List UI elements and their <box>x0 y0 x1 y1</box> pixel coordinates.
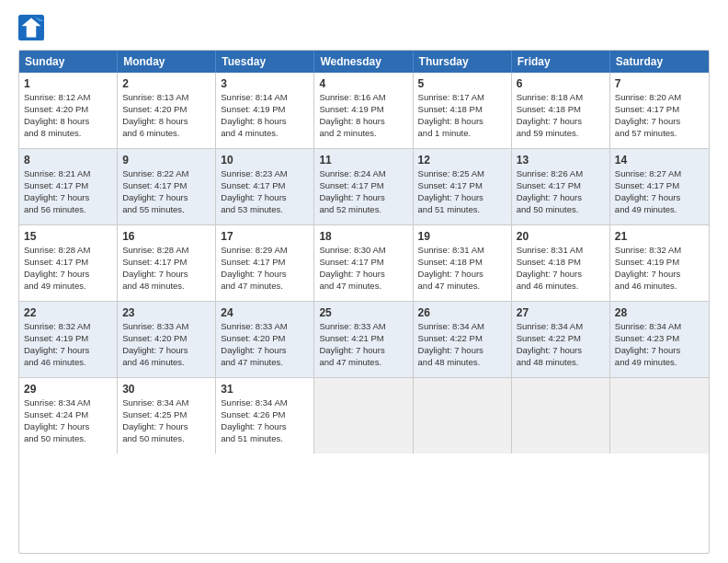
calendar-cell-1-5: 5Sunrise: 8:17 AMSunset: 4:18 PMDaylight… <box>414 73 512 148</box>
day-info-line-1: Sunrise: 8:34 AM <box>122 397 210 409</box>
day-info-line-1: Sunrise: 8:12 AM <box>24 92 112 104</box>
calendar-cell-1-6: 6Sunrise: 8:18 AMSunset: 4:18 PMDaylight… <box>512 73 610 148</box>
calendar-cell-3-6: 20Sunrise: 8:31 AMSunset: 4:18 PMDayligh… <box>512 225 610 301</box>
logo-icon <box>18 15 44 40</box>
day-info-line-4: and 51 minutes. <box>221 433 309 445</box>
day-info-line-3: Daylight: 7 hours <box>517 269 605 281</box>
header-day-sunday: Sunday <box>19 51 118 73</box>
day-number: 30 <box>122 382 210 396</box>
day-info-line-4: and 4 minutes. <box>221 128 309 140</box>
day-info-line-4: and 1 minute. <box>418 128 506 140</box>
calendar-cell-2-5: 12Sunrise: 8:25 AMSunset: 4:17 PMDayligh… <box>414 149 512 224</box>
header-day-thursday: Thursday <box>414 51 512 73</box>
day-info-line-1: Sunrise: 8:34 AM <box>24 397 112 409</box>
calendar-cell-3-2: 16Sunrise: 8:28 AMSunset: 4:17 PMDayligh… <box>118 225 216 301</box>
day-number: 4 <box>319 76 407 91</box>
day-info-line-2: Sunset: 4:17 PM <box>319 257 407 269</box>
day-number: 18 <box>319 229 407 244</box>
day-info-line-2: Sunset: 4:18 PM <box>418 257 506 269</box>
header <box>18 15 710 40</box>
day-info-line-1: Sunrise: 8:33 AM <box>122 321 210 333</box>
day-info-line-4: and 2 minutes. <box>319 128 407 140</box>
calendar-cell-2-7: 14Sunrise: 8:27 AMSunset: 4:17 PMDayligh… <box>610 149 709 224</box>
day-info-line-2: Sunset: 4:19 PM <box>221 104 309 116</box>
day-info-line-1: Sunrise: 8:30 AM <box>319 245 407 257</box>
day-info-line-1: Sunrise: 8:31 AM <box>418 245 506 257</box>
calendar-cell-4-3: 24Sunrise: 8:33 AMSunset: 4:20 PMDayligh… <box>216 302 314 377</box>
calendar-cell-3-3: 17Sunrise: 8:29 AMSunset: 4:17 PMDayligh… <box>216 225 314 301</box>
calendar-row-3: 15Sunrise: 8:28 AMSunset: 4:17 PMDayligh… <box>19 225 709 302</box>
calendar-cell-4-2: 23Sunrise: 8:33 AMSunset: 4:20 PMDayligh… <box>118 302 216 377</box>
day-info-line-2: Sunset: 4:23 PM <box>615 333 704 345</box>
calendar-cell-3-1: 15Sunrise: 8:28 AMSunset: 4:17 PMDayligh… <box>19 225 118 301</box>
day-info-line-2: Sunset: 4:24 PM <box>24 409 112 421</box>
day-info-line-3: Daylight: 7 hours <box>122 192 210 204</box>
day-info-line-2: Sunset: 4:18 PM <box>418 104 506 116</box>
day-info-line-2: Sunset: 4:19 PM <box>615 257 704 269</box>
day-info-line-2: Sunset: 4:17 PM <box>418 180 506 192</box>
day-info-line-4: and 46 minutes. <box>122 357 210 369</box>
day-info-line-1: Sunrise: 8:34 AM <box>221 397 309 409</box>
day-info-line-3: Daylight: 7 hours <box>24 269 112 281</box>
calendar-cell-1-1: 1Sunrise: 8:12 AMSunset: 4:20 PMDaylight… <box>19 73 118 148</box>
day-number: 12 <box>418 153 506 167</box>
day-info-line-4: and 48 minutes. <box>517 357 605 369</box>
day-number: 11 <box>319 153 407 167</box>
logo <box>18 15 48 40</box>
day-number: 23 <box>122 305 210 320</box>
calendar-cell-4-4: 25Sunrise: 8:33 AMSunset: 4:21 PMDayligh… <box>314 302 413 377</box>
day-info-line-4: and 53 minutes. <box>221 204 309 216</box>
day-info-line-1: Sunrise: 8:28 AM <box>122 245 210 257</box>
day-info-line-1: Sunrise: 8:13 AM <box>122 92 210 104</box>
day-info-line-2: Sunset: 4:20 PM <box>24 104 112 116</box>
calendar-cell-2-1: 8Sunrise: 8:21 AMSunset: 4:17 PMDaylight… <box>19 149 118 224</box>
day-number: 9 <box>122 153 210 167</box>
calendar-cell-5-3: 31Sunrise: 8:34 AMSunset: 4:26 PMDayligh… <box>216 378 314 454</box>
calendar-cell-2-4: 11Sunrise: 8:24 AMSunset: 4:17 PMDayligh… <box>314 149 413 224</box>
day-number: 7 <box>615 76 704 91</box>
calendar-header: SundayMondayTuesdayWednesdayThursdayFrid… <box>19 51 709 73</box>
calendar-cell-2-2: 9Sunrise: 8:22 AMSunset: 4:17 PMDaylight… <box>118 149 216 224</box>
day-info-line-1: Sunrise: 8:34 AM <box>418 321 506 333</box>
day-info-line-2: Sunset: 4:18 PM <box>517 104 605 116</box>
header-day-wednesday: Wednesday <box>314 51 413 73</box>
day-info-line-1: Sunrise: 8:25 AM <box>418 168 506 180</box>
day-info-line-2: Sunset: 4:17 PM <box>319 180 407 192</box>
day-info-line-2: Sunset: 4:17 PM <box>221 257 309 269</box>
day-info-line-3: Daylight: 7 hours <box>24 345 112 357</box>
day-info-line-2: Sunset: 4:17 PM <box>122 257 210 269</box>
day-info-line-2: Sunset: 4:17 PM <box>517 180 605 192</box>
day-info-line-1: Sunrise: 8:32 AM <box>615 245 704 257</box>
day-info-line-4: and 47 minutes. <box>418 281 506 293</box>
day-info-line-1: Sunrise: 8:33 AM <box>221 321 309 333</box>
day-info-line-2: Sunset: 4:20 PM <box>221 333 309 345</box>
day-info-line-2: Sunset: 4:26 PM <box>221 409 309 421</box>
calendar-cell-2-3: 10Sunrise: 8:23 AMSunset: 4:17 PMDayligh… <box>216 149 314 224</box>
day-info-line-3: Daylight: 7 hours <box>517 116 605 128</box>
day-number: 19 <box>418 229 506 244</box>
calendar-cell-3-5: 19Sunrise: 8:31 AMSunset: 4:18 PMDayligh… <box>414 225 512 301</box>
day-number: 3 <box>221 76 309 91</box>
calendar-cell-5-5 <box>414 378 512 454</box>
day-info-line-1: Sunrise: 8:28 AM <box>24 245 112 257</box>
day-info-line-4: and 48 minutes. <box>418 357 506 369</box>
day-info-line-4: and 46 minutes. <box>615 281 704 293</box>
header-day-tuesday: Tuesday <box>216 51 314 73</box>
day-info-line-4: and 8 minutes. <box>24 128 112 140</box>
day-number: 13 <box>517 153 605 167</box>
header-day-friday: Friday <box>512 51 610 73</box>
day-info-line-3: Daylight: 8 hours <box>24 116 112 128</box>
day-info-line-4: and 55 minutes. <box>122 204 210 216</box>
day-number: 24 <box>221 305 309 320</box>
day-info-line-4: and 50 minutes. <box>122 433 210 445</box>
day-info-line-3: Daylight: 7 hours <box>319 345 407 357</box>
day-number: 5 <box>418 76 506 91</box>
calendar-row-4: 22Sunrise: 8:32 AMSunset: 4:19 PMDayligh… <box>19 302 709 378</box>
day-info-line-2: Sunset: 4:17 PM <box>615 104 704 116</box>
day-info-line-3: Daylight: 7 hours <box>418 269 506 281</box>
day-info-line-4: and 47 minutes. <box>221 357 309 369</box>
day-info-line-3: Daylight: 8 hours <box>221 116 309 128</box>
day-info-line-2: Sunset: 4:17 PM <box>24 180 112 192</box>
calendar-cell-4-7: 28Sunrise: 8:34 AMSunset: 4:23 PMDayligh… <box>610 302 709 377</box>
day-info-line-4: and 46 minutes. <box>517 281 605 293</box>
